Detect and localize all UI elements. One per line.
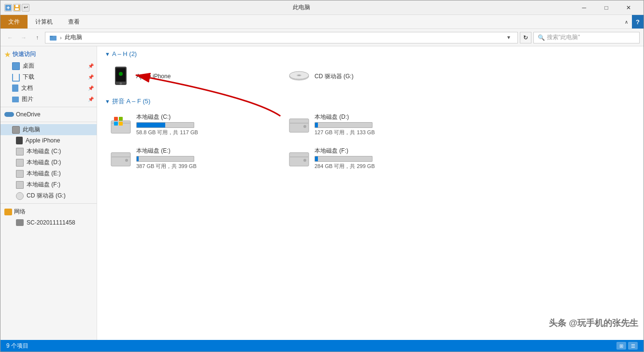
pics-icon xyxy=(12,97,19,102)
section-ah-grid: Apple iPhone CD 驱动器 (G:) xyxy=(105,61,636,91)
onedrive-icon xyxy=(4,112,14,117)
drive-item-f[interactable]: 本地磁盘 (F:) 284 GB 可用，共 299 GB xyxy=(283,143,458,173)
up-button[interactable]: ↑ xyxy=(31,32,43,43)
title-bar: ↩ 此电脑 ─ □ ✕ xyxy=(0,0,644,15)
svg-point-9 xyxy=(119,72,123,76)
quick-access-header[interactable]: ★ 快速访问 xyxy=(0,48,97,60)
drive-c-size: 58.8 GB 可用，共 117 GB xyxy=(136,129,198,136)
quick-access-label: 快速访问 xyxy=(13,50,36,58)
view-mode-icon-2[interactable]: ☰ xyxy=(628,342,638,350)
hdd-d-icon xyxy=(16,159,24,167)
sidebar-item-drive-e[interactable]: 本地磁盘 (E:) xyxy=(0,168,97,179)
drive-item-e[interactable]: 本地磁盘 (E:) 387 GB 可用，共 399 GB xyxy=(105,143,279,173)
sidebar-item-drive-c[interactable]: 本地磁盘 (C:) xyxy=(0,146,97,157)
section-ah-toggle[interactable]: ▼ xyxy=(105,51,110,57)
status-bar: 9 个项目 ⊞ ☰ xyxy=(0,340,644,352)
drive-c-icon xyxy=(109,113,132,136)
main-window: ↩ 此电脑 ─ □ ✕ 文件 计算机 查看 ∧ ? ← → ↑ › 此电脑 ▼ xyxy=(0,0,644,352)
ribbon-tabs: 文件 计算机 查看 ∧ ? xyxy=(0,15,644,28)
desktop-icon xyxy=(12,62,20,70)
divider-3 xyxy=(0,203,97,204)
sidebar-item-drive-f[interactable]: 本地磁盘 (F:) xyxy=(0,179,97,190)
docs-icon xyxy=(12,84,18,92)
hdd-e-icon xyxy=(16,170,24,178)
item-count: 9 个项目 xyxy=(6,342,29,350)
drive-f-name: 本地磁盘 (F:) xyxy=(315,147,375,155)
onedrive-header[interactable]: OneDrive xyxy=(0,109,97,120)
drive-item-iphone[interactable]: Apple iPhone xyxy=(105,61,279,91)
folder-icon xyxy=(49,34,57,42)
back-button[interactable]: ← xyxy=(4,32,16,43)
tab-view[interactable]: 查看 xyxy=(60,15,87,28)
address-dropdown-arrow[interactable]: ▼ xyxy=(504,35,514,40)
sidebar-label-sc: SC-202011111458 xyxy=(27,219,75,226)
sidebar-item-desktop[interactable]: 桌面 📌 xyxy=(0,60,97,71)
close-button[interactable]: ✕ xyxy=(617,0,640,15)
refresh-button[interactable]: ↻ xyxy=(520,32,531,43)
drive-d-icon xyxy=(287,113,311,136)
sidebar-item-downloads[interactable]: 下载 📌 xyxy=(0,71,97,83)
svg-rect-3 xyxy=(15,8,19,10)
svg-rect-24 xyxy=(111,156,130,157)
cd-info: CD 驱动器 (G:) xyxy=(315,72,354,81)
sidebar-label-f: 本地磁盘 (F:) xyxy=(27,181,60,189)
cd-name: CD 驱动器 (G:) xyxy=(315,72,354,81)
svg-rect-2 xyxy=(15,5,18,7)
drive-d-info: 本地磁盘 (D:) 127 GB 可用，共 133 GB xyxy=(315,113,375,136)
sidebar-item-drive-g[interactable]: CD 驱动器 (G:) xyxy=(0,190,97,201)
forward-button[interactable]: → xyxy=(18,32,29,43)
section-pinyin-toggle[interactable]: ▼ xyxy=(105,99,110,104)
minimize-button[interactable]: ─ xyxy=(573,0,595,15)
pin-icon-pics: 📌 xyxy=(88,97,94,102)
sidebar: ★ 快速访问 桌面 📌 下载 📌 文档 📌 图片 📌 xyxy=(0,46,97,340)
sidebar-label-e: 本地磁盘 (E:) xyxy=(27,169,61,178)
undo-icon[interactable]: ↩ xyxy=(22,4,29,12)
drive-e-bar-container xyxy=(136,156,194,162)
pin-icon: 📌 xyxy=(88,63,94,69)
window-controls: ─ □ ✕ xyxy=(573,0,640,15)
view-mode-icon-1[interactable]: ⊞ xyxy=(616,342,626,350)
drive-f-size: 284 GB 可用，共 299 GB xyxy=(315,163,375,170)
drive-item-d[interactable]: 本地磁盘 (D:) 127 GB 可用，共 133 GB xyxy=(283,110,458,140)
sidebar-label-c: 本地磁盘 (C:) xyxy=(27,147,61,155)
star-icon: ★ xyxy=(4,51,11,58)
iphone-sidebar-icon xyxy=(16,137,23,144)
sidebar-item-apple-iphone[interactable]: Apple iPhone xyxy=(0,135,97,146)
search-box[interactable]: 🔍 搜索"此电脑" xyxy=(533,32,640,43)
pin-icon-downloads: 📌 xyxy=(88,74,94,80)
quick-access-icon[interactable] xyxy=(4,4,12,12)
drive-e-name: 本地磁盘 (E:) xyxy=(136,147,197,155)
iphone-icon xyxy=(109,65,132,88)
drive-c-info: 本地磁盘 (C:) 58.8 GB 可用，共 117 GB xyxy=(136,113,198,136)
svg-rect-5 xyxy=(50,36,53,37)
drive-c-bar-container xyxy=(136,122,194,128)
ribbon: 文件 计算机 查看 ∧ ? xyxy=(0,15,644,29)
tab-file[interactable]: 文件 xyxy=(0,15,28,28)
svg-point-28 xyxy=(303,159,306,162)
section-pinyin-title: 拼音 A – F (5) xyxy=(112,97,150,106)
network-header[interactable]: 网络 xyxy=(0,206,97,218)
drive-item-cd[interactable]: CD 驱动器 (G:) xyxy=(283,61,458,91)
drive-e-bar xyxy=(137,156,139,161)
address-input[interactable]: › 此电脑 ▼ xyxy=(45,32,518,43)
pc-icon xyxy=(16,219,24,226)
svg-rect-21 xyxy=(289,123,309,124)
hdd-f-icon xyxy=(16,181,24,189)
help-button[interactable]: ? xyxy=(632,15,644,28)
drive-f-info: 本地磁盘 (F:) 284 GB 可用，共 299 GB xyxy=(315,147,375,170)
sidebar-item-docs[interactable]: 文档 📌 xyxy=(0,83,97,94)
downloads-icon xyxy=(12,74,20,82)
sidebar-label-iphone: Apple iPhone xyxy=(26,137,60,144)
divider-2 xyxy=(0,122,97,122)
sidebar-item-pics[interactable]: 图片 📌 xyxy=(0,94,97,105)
collapse-ribbon-button[interactable]: ∧ xyxy=(620,15,632,28)
sidebar-item-drive-d[interactable]: 本地磁盘 (D:) xyxy=(0,157,97,168)
save-icon[interactable] xyxy=(13,4,21,12)
drive-item-c[interactable]: 本地磁盘 (C:) 58.8 GB 可用，共 117 GB xyxy=(105,110,279,140)
search-icon: 🔍 xyxy=(538,34,545,41)
sidebar-item-thispc[interactable]: 此电脑 xyxy=(0,124,97,135)
maximize-button[interactable]: □ xyxy=(595,0,617,15)
sidebar-item-sc[interactable]: SC-202011111458 xyxy=(0,218,97,227)
tab-computer[interactable]: 计算机 xyxy=(28,15,60,28)
content-area: ▼ A – H (2) Appl xyxy=(97,46,644,340)
